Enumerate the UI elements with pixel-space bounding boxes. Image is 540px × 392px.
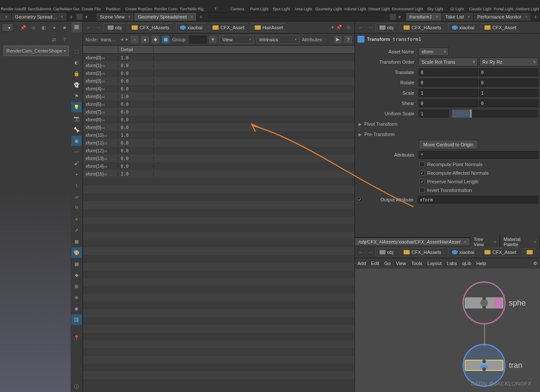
column-header-blank[interactable] (83, 46, 118, 53)
display-option-icon[interactable] (71, 22, 82, 32)
back-icon[interactable]: ← (85, 23, 93, 32)
chevron-left-icon[interactable]: ◀ (120, 37, 123, 41)
pane-menu-icon[interactable] (390, 14, 396, 20)
table-row[interactable]: xform[7]640.0 (83, 108, 355, 116)
viewport-dropdown[interactable]: ▾ (2, 23, 13, 32)
point-icon[interactable]: • (71, 169, 82, 179)
rotate-x-input[interactable] (419, 79, 478, 86)
move-centroid-button[interactable]: Move Centroid to Origin (419, 140, 478, 149)
group-select-icon[interactable]: ▾ (209, 36, 217, 43)
table-row[interactable]: xform[14]640.0 (83, 162, 355, 170)
viewport-3d[interactable] (0, 56, 71, 392)
tab-performance-monitor[interactable]: Performance Monitor× (474, 13, 531, 21)
breadcrumb-cfx-hassets[interactable]: CFX_HAssets (400, 248, 447, 256)
table-row[interactable]: xform[5]641.0 (83, 93, 355, 100)
breadcrumb-more[interactable] (523, 248, 538, 256)
shear-x-input[interactable] (419, 99, 478, 107)
shelf-item[interactable]: Geometry Light (315, 7, 343, 12)
render-icon[interactable]: 🖼 (71, 315, 82, 325)
square-icon[interactable]: ■ (60, 23, 69, 32)
asset-name-dropdown[interactable]: xform⇅ (419, 47, 449, 56)
verts-mode-icon[interactable]: ● (141, 36, 149, 43)
table-row[interactable]: xform[4]640.0 (83, 85, 355, 93)
breadcrumb-obj[interactable]: obj (376, 23, 399, 32)
camera-icon[interactable]: 📷 (71, 113, 82, 123)
close-icon[interactable]: × (5, 15, 8, 19)
tab-geometry-spreadsheet[interactable]: Geometry Spreadsheet× (134, 13, 197, 21)
tab-transform1[interactable]: transform1× (406, 13, 442, 21)
node-sphere[interactable]: sphe (463, 281, 526, 324)
breadcrumb-obj[interactable]: obj (104, 23, 127, 32)
vertex-icon[interactable]: ¹² (71, 203, 82, 213)
close-icon[interactable]: × (464, 240, 466, 244)
lock-icon[interactable]: 🔒 (71, 68, 82, 79)
points-mode-icon[interactable]: ▫ (131, 36, 139, 43)
close-icon[interactable]: × (128, 15, 131, 19)
shelf-item[interactable]: GI Light (446, 7, 468, 12)
table-row[interactable]: xform[1]640.0 (83, 62, 355, 69)
scale-y-input[interactable] (479, 89, 538, 97)
lasso-icon[interactable]: 〰 (71, 147, 82, 157)
checkbox[interactable]: ✓ (420, 170, 425, 176)
chevron-down-icon[interactable]: ▾ (397, 14, 403, 20)
shelf-item[interactable]: Sky Light (424, 7, 446, 12)
column-header-detail[interactable]: Detail (118, 46, 154, 53)
pre-transform-toggle[interactable]: ▶Pre-Transform (355, 129, 540, 139)
scale-x-input[interactable] (419, 89, 478, 97)
breadcrumb-xiaobai[interactable]: xiaobai (176, 23, 208, 32)
light-icon[interactable]: 💡 (71, 102, 82, 112)
normal-icon[interactable]: ↗ (71, 225, 82, 235)
table-row[interactable]: xform[11]640.0 (83, 139, 355, 147)
shelf-item[interactable]: Volume Light (343, 7, 367, 12)
chevron-down-icon[interactable]: ▾ (83, 14, 89, 20)
breadcrumb-hairasset[interactable]: HairAsset (251, 23, 289, 32)
construction-icon[interactable]: ⊞ (71, 281, 82, 291)
play-icon[interactable]: ▶ (334, 36, 342, 43)
network-canvas[interactable]: sphe tran CSDN @JACKLONGFX (355, 269, 540, 392)
checkbox[interactable] (420, 162, 425, 167)
tab-geometry-spreadsheet-left[interactable]: Geometry Spread…× (12, 13, 67, 21)
table-row[interactable]: xform[13]640.0 (83, 154, 355, 162)
target-icon[interactable]: ◎ (344, 23, 353, 32)
tab-add-icon[interactable]: + (197, 13, 205, 20)
bone-icon[interactable]: 🦴 (71, 124, 82, 135)
translate-y-input[interactable] (479, 68, 538, 76)
uniform-scale-input[interactable] (419, 110, 449, 117)
shelf-item[interactable]: T (205, 7, 226, 12)
select-icon[interactable]: ▣ (71, 136, 82, 146)
shear-y-input[interactable] (479, 99, 538, 107)
breadcrumb-cfx-hassets[interactable]: CFX_HAssets (400, 23, 447, 32)
table-row[interactable]: xform[8]640.0 (83, 116, 355, 123)
pane-menu-icon[interactable] (77, 14, 83, 20)
shelf-item[interactable]: Render Autofill (0, 7, 27, 12)
marker-icon[interactable]: 📍 (71, 333, 82, 343)
link-icon[interactable]: ⇄ (50, 35, 59, 44)
rotation-order-dropdown[interactable]: Rx Ry Rz⇅ (479, 58, 538, 66)
transform-order-dropdown[interactable]: Scale Rot Trans⇅ (419, 58, 478, 66)
help-icon[interactable]: ? (60, 35, 69, 44)
origin-icon[interactable]: ⊕ (71, 292, 82, 302)
close-icon[interactable]: × (435, 15, 438, 19)
camera-selector[interactable]: RenderCam_CenterShape ▾ (3, 46, 69, 56)
detail-icon[interactable]: ≡ (71, 214, 82, 224)
back-icon[interactable]: ← (357, 23, 365, 32)
shelf-item[interactable]: Ambient Light (515, 7, 540, 12)
uniform-scale-slider[interactable] (452, 110, 538, 117)
close-icon[interactable]: × (467, 15, 470, 19)
shelf-item[interactable]: Render Conn (154, 7, 178, 12)
table-row[interactable]: xform[9]640.0 (83, 123, 355, 131)
checkbox[interactable] (420, 188, 425, 193)
shelf-item[interactable]: Partition (102, 7, 124, 12)
menu-add[interactable]: Add (358, 261, 366, 266)
shelf-item[interactable]: CacheMan Out (52, 7, 80, 12)
close-icon[interactable]: × (190, 15, 193, 19)
shelf-item[interactable]: Camera (227, 7, 248, 12)
target-icon[interactable]: ◎ (29, 23, 38, 32)
uv-icon[interactable]: ▦ (71, 236, 82, 247)
breadcrumb-xiaobai[interactable]: xiaobai (448, 23, 480, 32)
tab-scene-view[interactable]: Scene View× (96, 13, 135, 21)
material-icon[interactable]: 🎨 (71, 247, 82, 258)
close-icon[interactable]: × (525, 15, 528, 19)
shaded-icon[interactable]: ◐ (71, 57, 82, 68)
forward-icon[interactable]: → (94, 23, 103, 32)
